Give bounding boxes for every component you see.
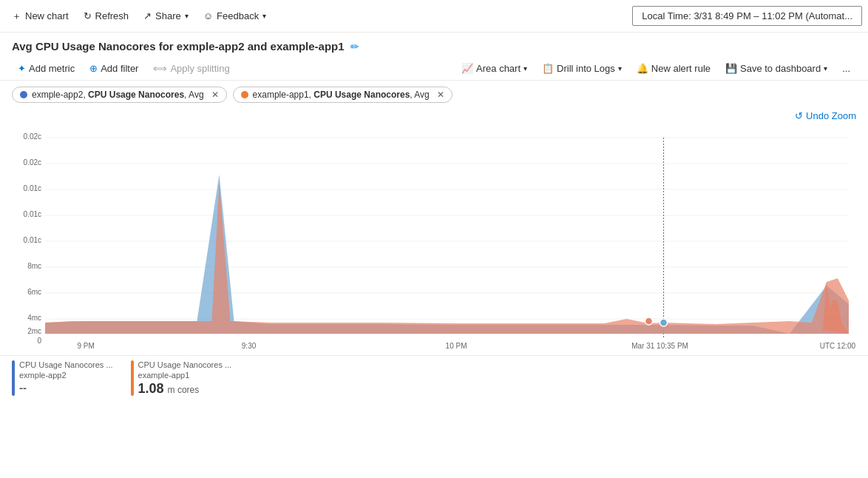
drill-icon: 📋 [542, 63, 554, 74]
legend-item-1: CPU Usage Nanocores ... exmple-app2 -- [12, 360, 113, 396]
legend-label-1: CPU Usage Nanocores ... [19, 360, 113, 369]
splitting-icon: ⟺ [153, 63, 167, 74]
svg-text:0.02c: 0.02c [24, 158, 41, 166]
legend-color-blue [12, 360, 15, 396]
add-filter-label: Add filter [101, 63, 138, 74]
save-to-dashboard-label: Save to dashboard [740, 63, 821, 74]
top-toolbar-right: Local Time: 3/31 8:49 PM – 11:02 PM (Aut… [632, 6, 862, 26]
chart-title: Avg CPU Usage Nanocores for exmple-app2 … [12, 40, 345, 53]
legend-value-1: -- [19, 381, 113, 394]
area-chart-button[interactable]: 📈 Area chart ▾ [455, 60, 533, 77]
area-chart-icon: 📈 [461, 63, 473, 74]
metric-pill-2-label: example-app1, CPU Usage Nanocores, Avg [253, 90, 430, 100]
more-options-button[interactable]: ... [836, 60, 856, 77]
chevron-down-icon: ▾ [262, 12, 266, 20]
pill-color-orange [241, 91, 248, 98]
top-toolbar: ＋ New chart ↻ Refresh ↗ Share ▾ ☺ Feedba… [0, 0, 868, 33]
top-toolbar-left: ＋ New chart ↻ Refresh ↗ Share ▾ ☺ Feedba… [6, 7, 632, 26]
chart-toolbar: ✦ Add metric ⊕ Add filter ⟺ Apply splitt… [0, 57, 868, 81]
share-button[interactable]: ↗ Share ▾ [138, 7, 194, 24]
area-chart-label: Area chart [476, 63, 521, 74]
chart-toolbar-right: 📈 Area chart ▾ 📋 Drill into Logs ▾ 🔔 New… [455, 60, 856, 77]
svg-text:10 PM: 10 PM [446, 342, 467, 350]
undo-zoom-button[interactable]: ↺ Undo Zoom [795, 110, 856, 121]
svg-point-20 [645, 317, 653, 325]
svg-text:0.01c: 0.01c [24, 236, 41, 244]
chart-area: 0.02c 0.02c 0.01c 0.01c 0.01c 8mc 6mc 4m… [12, 123, 856, 352]
svg-text:9 PM: 9 PM [77, 342, 94, 350]
feedback-button[interactable]: ☺ Feedback ▾ [197, 7, 272, 24]
save-icon: 💾 [725, 63, 737, 74]
plus-icon: ＋ [12, 10, 21, 23]
apply-splitting-button[interactable]: ⟺ Apply splitting [147, 60, 235, 77]
chevron-down-icon: ▾ [618, 64, 622, 73]
add-filter-icon: ⊕ [89, 63, 98, 74]
legend-item-2: CPU Usage Nanocores ... example-app1 1.0… [131, 360, 232, 397]
add-metric-icon: ✦ [18, 63, 26, 74]
legend-sublabel-1: exmple-app2 [19, 371, 113, 380]
svg-text:6mc: 6mc [27, 288, 41, 296]
undo-zoom-row: ↺ Undo Zoom [0, 109, 868, 123]
legend-text-2: CPU Usage Nanocores ... example-app1 1.0… [138, 360, 232, 397]
refresh-icon: ↻ [84, 10, 92, 21]
time-range-button[interactable]: Local Time: 3/31 8:49 PM – 11:02 PM (Aut… [632, 6, 862, 26]
svg-text:0.01c: 0.01c [24, 210, 41, 218]
legend-color-orange [131, 360, 134, 396]
new-alert-rule-button[interactable]: 🔔 New alert rule [631, 60, 716, 77]
metrics-row: exmple-app2, CPU Usage Nanocores, Avg ✕ … [0, 81, 868, 109]
drill-into-logs-label: Drill into Logs [557, 63, 615, 74]
chevron-down-icon: ▾ [185, 12, 189, 20]
add-filter-button[interactable]: ⊕ Add filter [84, 60, 144, 77]
chevron-down-icon: ▾ [824, 64, 827, 73]
add-metric-label: Add metric [29, 63, 75, 74]
chart-header: Avg CPU Usage Nanocores for exmple-app2 … [0, 33, 868, 57]
share-label: Share [155, 10, 181, 21]
feedback-icon: ☺ [203, 10, 213, 21]
legend-sublabel-2: example-app1 [138, 371, 232, 380]
add-metric-button[interactable]: ✦ Add metric [12, 60, 81, 77]
new-chart-label: New chart [25, 10, 69, 21]
svg-text:0.02c: 0.02c [24, 132, 41, 141]
svg-text:9:30: 9:30 [242, 342, 257, 350]
svg-point-21 [660, 319, 668, 326]
svg-text:0: 0 [38, 337, 42, 345]
svg-text:2mc: 2mc [27, 327, 41, 335]
apply-splitting-label: Apply splitting [170, 63, 229, 74]
metric-pill-1-label: exmple-app2, CPU Usage Nanocores, Avg [32, 90, 204, 100]
metric-pill-1: exmple-app2, CPU Usage Nanocores, Avg ✕ [12, 87, 227, 103]
legend-text-1: CPU Usage Nanocores ... exmple-app2 -- [19, 360, 113, 394]
time-range-label: Local Time: 3/31 8:49 PM – 11:02 PM (Aut… [642, 10, 852, 21]
metric-pill-2: example-app1, CPU Usage Nanocores, Avg ✕ [233, 87, 452, 103]
svg-text:0.01c: 0.01c [24, 184, 41, 192]
drill-into-logs-button[interactable]: 📋 Drill into Logs ▾ [536, 60, 628, 77]
chevron-down-icon: ▾ [523, 64, 527, 73]
legend-area: CPU Usage Nanocores ... exmple-app2 -- C… [0, 355, 868, 401]
save-to-dashboard-button[interactable]: 💾 Save to dashboard ▾ [719, 60, 833, 77]
pill-color-blue [20, 91, 27, 98]
new-alert-rule-label: New alert rule [651, 63, 711, 74]
svg-text:8mc: 8mc [27, 262, 41, 270]
feedback-label: Feedback [217, 10, 259, 21]
edit-icon[interactable]: ✏ [350, 41, 359, 53]
legend-label-2: CPU Usage Nanocores ... [138, 360, 232, 369]
undo-zoom-label: Undo Zoom [806, 110, 856, 121]
chart-toolbar-left: ✦ Add metric ⊕ Add filter ⟺ Apply splitt… [12, 60, 452, 77]
metric-pill-1-close[interactable]: ✕ [211, 90, 219, 100]
legend-value-2: 1.08 m cores [138, 381, 232, 397]
new-chart-button[interactable]: ＋ New chart [6, 7, 75, 26]
chart-svg: 0.02c 0.02c 0.01c 0.01c 0.01c 8mc 6mc 4m… [12, 123, 856, 352]
svg-text:Mar 31 10:35 PM: Mar 31 10:35 PM [631, 342, 688, 350]
undo-icon: ↺ [795, 110, 803, 121]
metric-pill-2-close[interactable]: ✕ [437, 90, 444, 100]
svg-text:4mc: 4mc [27, 314, 41, 322]
svg-text:UTC 12:00: UTC 12:00 [820, 342, 856, 350]
share-icon: ↗ [143, 10, 152, 21]
alert-icon: 🔔 [637, 63, 648, 74]
ellipsis-icon: ... [842, 63, 850, 74]
refresh-button[interactable]: ↻ Refresh [78, 7, 135, 24]
refresh-label: Refresh [95, 10, 129, 21]
